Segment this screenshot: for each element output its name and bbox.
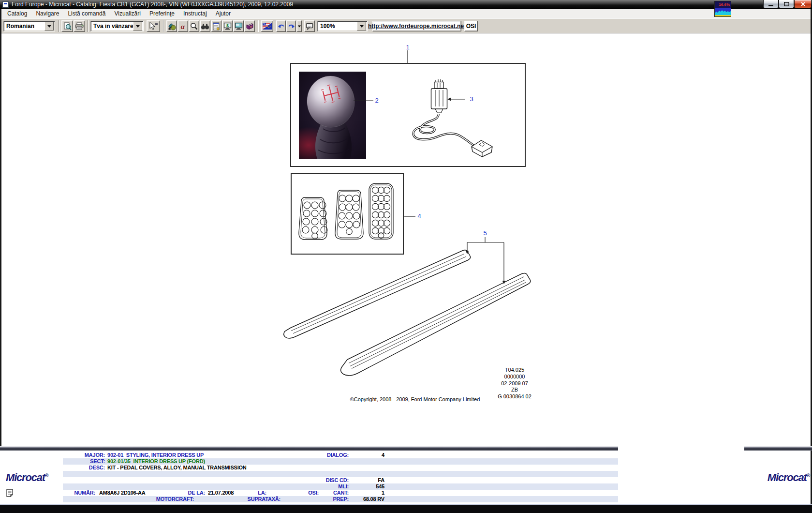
callout-lines	[354, 50, 504, 281]
drawing-stamp: T04.025 0000000 02-2009 07 ZB G 0030864 …	[481, 367, 548, 400]
cpu-meter-gadget: 16.6%	[714, 1, 731, 17]
cpu-meter-graph-icon	[715, 8, 731, 16]
microcat-window: Ford Europe - Microcat - Catalog: Fiesta…	[0, 0, 812, 513]
copyright-notice: ©Copyright, 2008 - 2009, Ford Motor Comp…	[342, 396, 487, 402]
diagram-lineart	[0, 0, 812, 513]
callout-3[interactable]: 3	[468, 95, 475, 103]
stamp-line: G 0030864 02	[481, 393, 548, 400]
pedal-frame-box	[291, 174, 403, 254]
pedal-covers-drawing	[299, 183, 393, 240]
callout-2[interactable]: 2	[373, 97, 381, 104]
sill-plates-drawing	[284, 250, 531, 376]
wiring-kit-drawing	[413, 79, 492, 157]
stamp-line: 0000000	[481, 374, 548, 380]
callout-1[interactable]: 1	[404, 44, 412, 51]
cpu-meter-value: 16.6%	[715, 1, 731, 8]
callout-5[interactable]: 5	[481, 229, 489, 237]
stamp-line: 02-2009 07	[481, 380, 548, 387]
stamp-line: ZB	[481, 387, 548, 393]
stamp-line: T04.025	[481, 367, 548, 374]
callout-4[interactable]: 4	[415, 212, 423, 220]
